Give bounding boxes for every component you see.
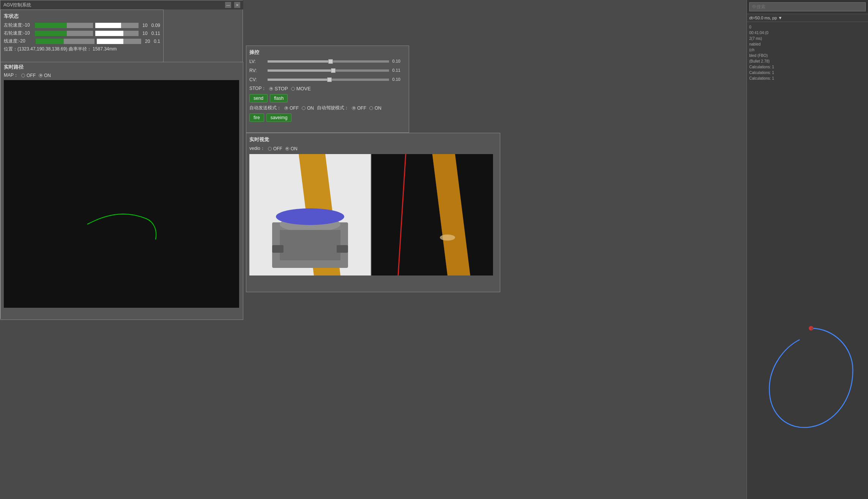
auto-send-off-text: OFF [290, 105, 299, 111]
right-content: 0 00:41:04:(0 2(7 ms) nabled (ch bled (F… [747, 22, 868, 83]
left-camera-display [249, 154, 371, 275]
log-line-3: nabled [749, 41, 866, 47]
auto-send-off-radio[interactable] [284, 106, 288, 110]
video-on-radio[interactable] [285, 147, 289, 151]
video-off-text: OFF [273, 146, 282, 151]
video-toggle-row: vedio： OFF ON [249, 145, 497, 152]
svg-rect-5 [280, 230, 340, 260]
log-line-1: 00:41:04:(0 [749, 30, 866, 36]
position-row: 位置：(1323.47,190.38,138.69) 曲率半径： 1587.34… [4, 46, 160, 52]
move-radio[interactable] [291, 87, 295, 91]
stop-option[interactable]: STOP [269, 86, 288, 91]
auto-send-on-option[interactable]: ON [302, 105, 314, 111]
cv-slider-thumb[interactable] [327, 77, 332, 82]
video-on-option[interactable]: ON [285, 146, 298, 151]
map-canvas [4, 80, 239, 308]
auto-drive-on-option[interactable]: ON [369, 105, 381, 111]
car-status-title: 车状态 [4, 13, 160, 20]
left-wheel-v2: 0.09 [151, 23, 160, 28]
auto-drive-off-text: OFF [357, 105, 366, 111]
auto-send-off-option[interactable]: OFF [284, 105, 299, 111]
send-flash-row: send flash [249, 94, 406, 102]
linear-speed-v1: 20 [145, 39, 150, 44]
control-title: 操控 [249, 49, 406, 56]
right-wheel-bar2 [95, 31, 139, 36]
control-panel: 操控 LV: 0.10 RV: 0.11 CV: 0.1 [246, 46, 409, 133]
right-wheel-label: 右轮速度:-10 [4, 30, 33, 36]
lv-slider-container: 0.10 [268, 58, 389, 65]
right-wheel-fill [35, 31, 67, 36]
title-bar-controls: — ✕ [225, 2, 240, 8]
video-off-radio[interactable] [268, 147, 272, 151]
linear-speed-fill2 [97, 39, 123, 44]
auto-drive-on-text: ON [375, 105, 381, 111]
rv-slider-thumb[interactable] [331, 68, 336, 73]
search-bar [747, 0, 868, 14]
fire-button[interactable]: fire [249, 113, 264, 122]
stop-radio[interactable] [269, 87, 273, 91]
map-off-radio[interactable] [21, 74, 25, 77]
realtime-path-title: 实时路径 [1, 62, 243, 72]
title-bar: AGV控制系统 — ✕ [0, 0, 243, 9]
linear-speed-label: 线速度:-20 [4, 38, 33, 44]
lv-slider-thumb[interactable] [328, 59, 333, 64]
auto-drive-on-radio[interactable] [369, 106, 373, 110]
svg-rect-7 [337, 245, 348, 253]
left-wheel-fill2 [95, 23, 121, 28]
svg-point-13 [811, 328, 813, 330]
move-option[interactable]: MOVE [291, 86, 311, 91]
car-status-panel: 车状态 左轮速度:-10 10 0.09 右轮速度:-10 10 0.11 [0, 9, 164, 70]
right-log: 0 00:41:04:(0 2(7 ms) nabled (ch bled (F… [749, 24, 866, 81]
minimize-button[interactable]: — [225, 2, 231, 8]
map-label: MAP： [4, 72, 18, 79]
auto-send-on-text: ON [307, 105, 314, 111]
linear-speed-row: 线速度:-20 20 0.1 [4, 38, 160, 44]
log-line-5: bled (FBO) [749, 53, 866, 58]
stop-row: STOP： STOP MOVE [249, 85, 406, 92]
left-wheel-bar [35, 23, 93, 28]
search-input[interactable] [749, 2, 866, 11]
map-on-radio[interactable] [39, 74, 43, 77]
log-line-9: Calculations: 1 [749, 76, 866, 81]
lv-row: LV: 0.10 [249, 58, 406, 65]
map-on-label: ON [44, 73, 51, 78]
log-line-8: Calculations: 1 [749, 70, 866, 76]
log-line-6: (Bullet 2.78) [749, 58, 866, 64]
right-camera-display [372, 154, 493, 275]
stop-text: STOP [274, 86, 288, 91]
lv-slider-fill [268, 60, 331, 63]
video-displays [249, 154, 497, 275]
flash-button[interactable]: flash [270, 94, 288, 102]
auto-drive-label: 自动驾驶模式： [317, 105, 349, 111]
rv-slider-fill [268, 69, 333, 72]
map-off-option[interactable]: OFF [21, 73, 36, 78]
auto-send-on-radio[interactable] [302, 106, 306, 110]
log-line-2: 2(7 ms) [749, 36, 866, 41]
linear-speed-fill [36, 39, 64, 44]
map-on-option[interactable]: ON [39, 73, 51, 78]
left-wheel-bar2 [95, 23, 139, 28]
saveimg-button[interactable]: saveimg [266, 113, 292, 122]
log-line-0: 0 [749, 24, 866, 30]
right-wheel-v2: 0.11 [151, 31, 160, 36]
log-line-4: (ch [749, 47, 866, 53]
left-wheel-fill [35, 23, 67, 28]
right-wheel-row: 右轮速度:-10 10 0.11 [4, 30, 160, 36]
linear-speed-bar [36, 39, 95, 44]
stop-label: STOP： [249, 85, 266, 92]
toolbar-text: dt=50.0 ms, pp ▼ [749, 16, 782, 20]
svg-point-11 [440, 235, 455, 241]
move-text: MOVE [296, 86, 311, 91]
left-wheel-v1: 10 [142, 23, 147, 28]
left-wheel-row: 左轮速度:-10 10 0.09 [4, 22, 160, 28]
svg-point-4 [276, 208, 344, 225]
fire-saveimg-row: fire saveimg [249, 113, 406, 122]
video-off-option[interactable]: OFF [268, 146, 282, 151]
send-button[interactable]: send [249, 94, 268, 102]
video-panel: 实时视觉 vedio： OFF ON [246, 133, 500, 292]
svg-rect-8 [372, 154, 493, 275]
auto-drive-off-radio[interactable] [352, 106, 356, 110]
auto-drive-off-option[interactable]: OFF [352, 105, 366, 111]
video-title: 实时视觉 [249, 136, 497, 143]
close-button[interactable]: ✕ [234, 2, 240, 8]
